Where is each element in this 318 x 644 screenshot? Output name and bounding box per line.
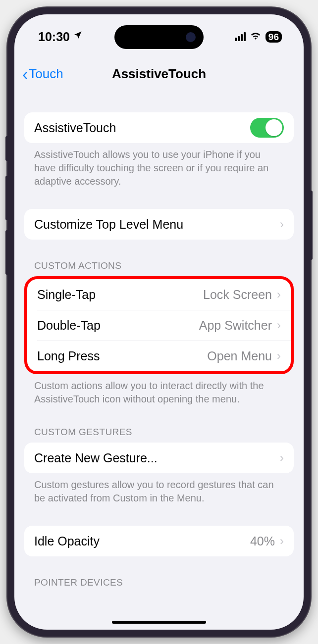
single-tap-row[interactable]: Single-Tap Lock Screen › [27, 279, 291, 310]
power-button [310, 191, 313, 260]
row-label: Long Press [37, 349, 100, 363]
location-icon [73, 30, 83, 43]
group-header: CUSTOM ACTIONS [24, 260, 294, 276]
status-time: 10:30 [38, 30, 70, 44]
row-label: Single-Tap [37, 288, 96, 302]
chevron-right-icon: › [277, 318, 281, 332]
group-footer: Custom actions allow you to interact dir… [24, 374, 294, 406]
row-label: Customize Top Level Menu [34, 217, 183, 232]
back-button[interactable]: ‹ Touch [22, 66, 63, 82]
silent-switch [5, 136, 8, 161]
chevron-right-icon: › [277, 349, 281, 363]
nav-bar: ‹ Touch AssistiveTouch [14, 59, 304, 89]
group-header: POINTER DEVICES [24, 577, 294, 593]
idle-opacity-group: Idle Opacity 40% › [24, 526, 294, 556]
row-value: App Switcher [199, 318, 272, 333]
row-value: 40% [250, 534, 275, 548]
assistivetouch-group: AssistiveTouch AssistiveTouch allows you… [24, 112, 294, 188]
row-value: Open Menu [207, 349, 272, 363]
custom-actions-group: CUSTOM ACTIONS Single-Tap Lock Screen › … [24, 260, 294, 406]
row-label: Create New Gesture... [34, 451, 158, 465]
custom-gestures-group: CUSTOM GESTURES Create New Gesture... › … [24, 427, 294, 505]
customize-top-level-menu-row[interactable]: Customize Top Level Menu › [24, 209, 294, 240]
chevron-left-icon: ‹ [22, 70, 28, 78]
chevron-right-icon: › [280, 534, 284, 548]
row-label: AssistiveTouch [34, 121, 116, 135]
cellular-icon [235, 32, 246, 41]
dynamic-island [114, 25, 204, 49]
idle-opacity-row[interactable]: Idle Opacity 40% › [24, 526, 294, 556]
phone-frame: 10:30 96 ‹ Touch [7, 7, 311, 637]
toggle-switch-on[interactable] [250, 118, 284, 138]
group-header: CUSTOM GESTURES [24, 427, 294, 443]
home-indicator[interactable] [112, 621, 206, 624]
row-value: Lock Screen [203, 288, 272, 302]
double-tap-row[interactable]: Double-Tap App Switcher › [27, 310, 291, 341]
chevron-right-icon: › [280, 217, 284, 231]
create-new-gesture-row[interactable]: Create New Gesture... › [24, 443, 294, 473]
row-label: Double-Tap [37, 318, 101, 333]
wifi-icon [250, 30, 262, 43]
pointer-devices-group: POINTER DEVICES [24, 577, 294, 593]
group-footer: AssistiveTouch allows you to use your iP… [24, 143, 294, 188]
long-press-row[interactable]: Long Press Open Menu › [27, 341, 291, 371]
battery-icon: 96 [265, 31, 282, 43]
screen: 10:30 96 ‹ Touch [14, 14, 304, 630]
row-label: Idle Opacity [34, 534, 100, 548]
chevron-right-icon: › [280, 451, 284, 465]
back-label: Touch [29, 66, 63, 82]
chevron-right-icon: › [277, 288, 281, 301]
custom-actions-highlight: Single-Tap Lock Screen › Double-Tap App … [24, 276, 294, 374]
group-footer: Custom gestures allow you to record gest… [24, 473, 294, 505]
volume-down-button [5, 230, 8, 275]
volume-up-button [5, 176, 8, 220]
assistivetouch-toggle-row[interactable]: AssistiveTouch [24, 112, 294, 143]
customize-group: Customize Top Level Menu › [24, 209, 294, 240]
